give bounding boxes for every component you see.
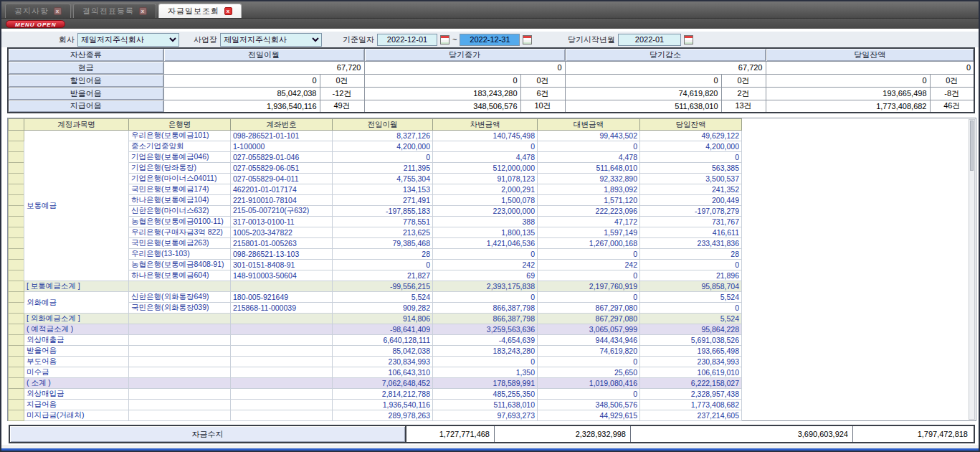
- credit-amount-cell[interactable]: 1,571,120: [538, 195, 640, 206]
- debit-amount-cell[interactable]: 3,259,563,636: [433, 324, 538, 335]
- account-group-cell[interactable]: 외화예금: [24, 292, 129, 314]
- account-number-cell[interactable]: [231, 410, 333, 421]
- debit-amount-cell[interactable]: -4,654,639: [433, 335, 538, 346]
- carry-forward-cell[interactable]: 778,551: [333, 217, 433, 227]
- bank-name-cell[interactable]: 하나은행(보통예금604): [129, 270, 231, 281]
- debit-amount-cell[interactable]: 866,387,798: [433, 314, 538, 324]
- account-number-cell[interactable]: [231, 335, 333, 346]
- bank-name-cell[interactable]: 국민은행(보통예금174): [129, 184, 231, 195]
- credit-amount-cell[interactable]: 348,506,576: [538, 400, 640, 410]
- daily-balance-cell[interactable]: 95,864,228: [640, 324, 742, 335]
- row-selector[interactable]: [9, 195, 24, 206]
- account-number-cell[interactable]: 462201-01-017174: [231, 184, 333, 195]
- daily-balance-cell[interactable]: 21,896: [640, 270, 742, 281]
- debit-amount-cell[interactable]: 485,255,350: [433, 389, 538, 400]
- daily-balance-cell[interactable]: 2,328,957,438: [640, 389, 742, 400]
- account-name-cell[interactable]: 받을어음: [24, 346, 129, 357]
- daily-balance-cell[interactable]: 0: [640, 152, 742, 163]
- menu-open-button[interactable]: MENU OPEN: [6, 20, 65, 28]
- daily-balance-cell[interactable]: 5,691,038,526: [640, 335, 742, 346]
- credit-amount-cell[interactable]: 1,597,149: [538, 227, 640, 238]
- account-number-cell[interactable]: 215-05-007210(구632): [231, 206, 333, 217]
- account-name-cell[interactable]: [ 보통예금소계 ]: [24, 281, 129, 292]
- date-from-input[interactable]: [377, 34, 437, 46]
- bank-name-cell[interactable]: [129, 281, 231, 292]
- credit-amount-cell[interactable]: 0: [538, 141, 640, 152]
- account-name-cell[interactable]: ( 예적금소계 ): [24, 324, 129, 335]
- account-number-cell[interactable]: [231, 281, 333, 292]
- bank-name-cell[interactable]: [129, 346, 231, 357]
- table-row[interactable]: 미수금106,643,3101,35025,650106,619,010: [9, 367, 742, 378]
- tab-voucher-entry[interactable]: 결의전표등록 x: [73, 4, 156, 18]
- debit-amount-cell[interactable]: 97,693,273: [433, 410, 538, 421]
- debit-amount-cell[interactable]: 388: [433, 217, 538, 227]
- account-number-cell[interactable]: 180-005-921649: [231, 292, 333, 303]
- account-number-cell[interactable]: 215868-11-000039: [231, 303, 333, 314]
- debit-amount-cell[interactable]: 0: [433, 292, 538, 303]
- daily-balance-cell[interactable]: 4,200,000: [640, 141, 742, 152]
- debit-amount-cell[interactable]: 0: [433, 249, 538, 260]
- account-number-cell[interactable]: 1005-203-347822: [231, 227, 333, 238]
- carry-forward-cell[interactable]: 0: [333, 260, 433, 270]
- credit-amount-cell[interactable]: 2,197,760,919: [538, 281, 640, 292]
- account-number-cell[interactable]: [231, 378, 333, 389]
- debit-amount-cell[interactable]: 1,421,046,536: [433, 238, 538, 249]
- bank-name-cell[interactable]: 농협은행(보통예금8408-91): [129, 260, 231, 270]
- table-row[interactable]: 외상매출금6,640,128,111-4,654,639944,434,9465…: [9, 335, 742, 346]
- credit-amount-cell[interactable]: 0: [538, 292, 640, 303]
- table-row[interactable]: 외상매입금2,814,212,788485,255,35002,328,957,…: [9, 389, 742, 400]
- account-name-cell[interactable]: 부도어음: [24, 357, 129, 367]
- debit-amount-cell[interactable]: 242: [433, 260, 538, 270]
- credit-amount-cell[interactable]: 242: [538, 260, 640, 270]
- subtotal-row[interactable]: [ 외화예금소계 ]914,806866,387,798867,297,0805…: [9, 314, 742, 324]
- daily-balance-cell[interactable]: 563,385: [640, 163, 742, 174]
- row-selector[interactable]: [9, 400, 24, 410]
- credit-amount-cell[interactable]: 0: [538, 389, 640, 400]
- carry-forward-cell[interactable]: 28: [333, 249, 433, 260]
- bank-name-cell[interactable]: [129, 314, 231, 324]
- credit-amount-cell[interactable]: 867,297,080: [538, 303, 640, 314]
- bank-name-cell[interactable]: [129, 389, 231, 400]
- daily-balance-cell[interactable]: 416,611: [640, 227, 742, 238]
- date-to-input[interactable]: [460, 34, 520, 46]
- carry-forward-cell[interactable]: 6,640,128,111: [333, 335, 433, 346]
- carry-forward-cell[interactable]: -99,556,215: [333, 281, 433, 292]
- carry-forward-cell[interactable]: 909,282: [333, 303, 433, 314]
- credit-amount-cell[interactable]: 3,065,057,999: [538, 324, 640, 335]
- subtotal-row[interactable]: ( 소계 )7,062,648,452178,589,9911,019,080,…: [9, 378, 742, 389]
- account-number-cell[interactable]: 027-055829-04-011: [231, 174, 333, 184]
- credit-amount-cell[interactable]: 25,650: [538, 367, 640, 378]
- carry-forward-cell[interactable]: 2,814,212,788: [333, 389, 433, 400]
- bank-name-cell[interactable]: [129, 400, 231, 410]
- row-selector[interactable]: [9, 238, 24, 249]
- close-icon[interactable]: x: [54, 7, 62, 15]
- daily-balance-cell[interactable]: 5,524: [640, 314, 742, 324]
- carry-forward-cell[interactable]: 211,395: [333, 163, 433, 174]
- account-number-cell[interactable]: 098-286521-01-101: [231, 131, 333, 141]
- credit-amount-cell[interactable]: 1,267,000,168: [538, 238, 640, 249]
- bank-name-cell[interactable]: 신한은행(마이너스632): [129, 206, 231, 217]
- account-number-cell[interactable]: [231, 367, 333, 378]
- tab-funds-daily-report[interactable]: 자금일보조회 x: [158, 4, 242, 18]
- table-row[interactable]: 미지급금(거래처)289,978,26397,693,27344,929,615…: [9, 410, 742, 421]
- credit-amount-cell[interactable]: 74,619,820: [538, 346, 640, 357]
- debit-amount-cell[interactable]: 511,638,010: [433, 400, 538, 410]
- bank-name-cell[interactable]: 우리은행(구매자금3억 822): [129, 227, 231, 238]
- account-number-cell[interactable]: 215801-01-005263: [231, 238, 333, 249]
- tab-notice[interactable]: 공지사항 x: [5, 4, 71, 18]
- row-selector[interactable]: [9, 346, 24, 357]
- credit-amount-cell[interactable]: 867,297,080: [538, 314, 640, 324]
- debit-amount-cell[interactable]: 0: [433, 141, 538, 152]
- row-selector[interactable]: [9, 389, 24, 400]
- daily-balance-cell[interactable]: 0: [640, 303, 742, 314]
- bank-name-cell[interactable]: 우리은행(13-103): [129, 249, 231, 260]
- carry-forward-cell[interactable]: 914,806: [333, 314, 433, 324]
- daily-balance-cell[interactable]: 49,629,122: [640, 131, 742, 141]
- debit-amount-cell[interactable]: 223,000,000: [433, 206, 538, 217]
- credit-amount-cell[interactable]: 0: [538, 249, 640, 260]
- calendar-icon[interactable]: [440, 35, 449, 44]
- bank-name-cell[interactable]: [129, 324, 231, 335]
- daily-balance-cell[interactable]: 3,500,537: [640, 174, 742, 184]
- account-number-cell[interactable]: 027-055829-01-046: [231, 152, 333, 163]
- bank-name-cell[interactable]: [129, 378, 231, 389]
